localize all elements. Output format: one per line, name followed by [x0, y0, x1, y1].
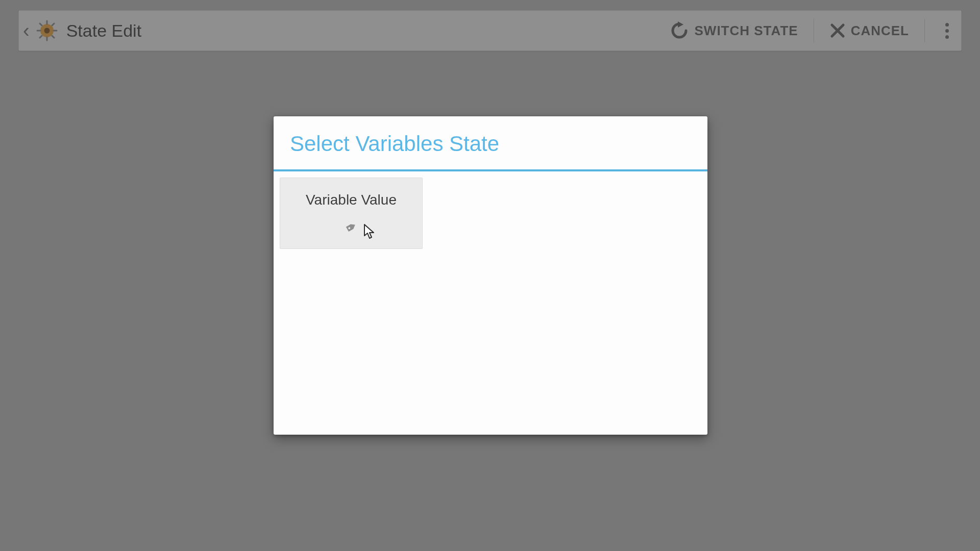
dialog-body: Variable Value — [274, 171, 707, 435]
option-label: Variable Value — [306, 192, 397, 208]
tag-icon — [342, 217, 360, 235]
dialog-title: Select Variables State — [274, 116, 707, 169]
select-variables-state-dialog: Select Variables State Variable Value — [274, 116, 707, 435]
option-variable-value[interactable]: Variable Value — [280, 178, 423, 249]
